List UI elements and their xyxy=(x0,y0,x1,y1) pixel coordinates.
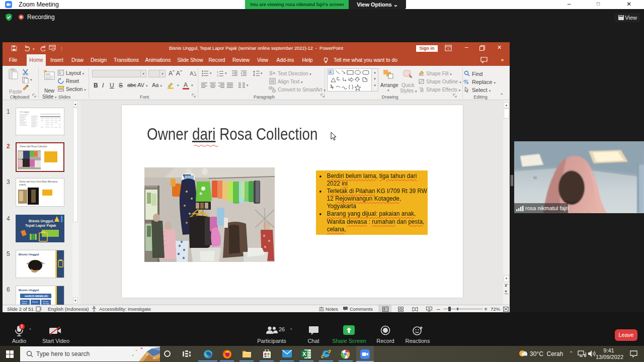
svg-text:A: A xyxy=(273,71,276,75)
svg-text:rosa nikmatul fajri: rosa nikmatul fajri xyxy=(525,205,569,211)
svg-text:Paham: Paham xyxy=(32,301,38,303)
svg-text:Tepat Lapor Pajak: Tepat Lapor Pajak xyxy=(25,223,56,228)
svg-text:X: X xyxy=(302,351,306,357)
svg-text:Bisnis Unggul: Bisnis Unggul xyxy=(19,289,39,292)
svg-text:1: 1 xyxy=(217,70,218,73)
svg-text:ab: ab xyxy=(463,78,467,83)
svg-text:HARUS MEMILIKI:: HARUS MEMILIKI: xyxy=(25,295,49,298)
svg-text:Bisnis Unggul: Bisnis Unggul xyxy=(19,253,39,256)
svg-text:A: A xyxy=(190,70,194,76)
svg-text:Bisnis Unggul,: Bisnis Unggul, xyxy=(29,219,54,223)
svg-text:A: A xyxy=(330,70,332,74)
svg-text:3: 3 xyxy=(217,74,218,76)
